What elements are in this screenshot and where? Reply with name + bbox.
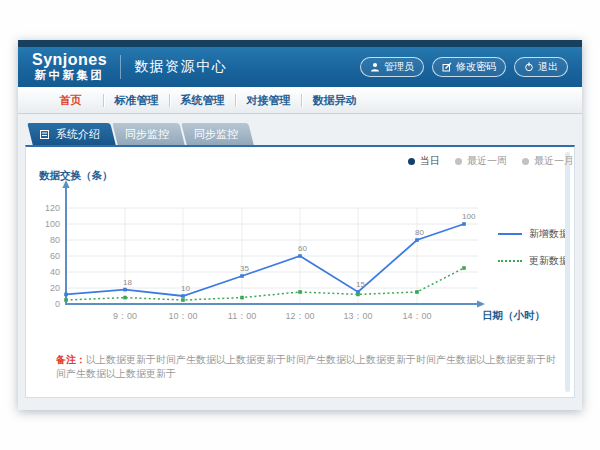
legend-label: 新增数据: [529, 227, 569, 241]
nav-item-home[interactable]: 首页: [38, 93, 103, 108]
range-option-label: 当日: [420, 154, 440, 168]
y-tick-label: 80: [50, 235, 60, 245]
form-icon: [40, 124, 49, 146]
footnote-text: 以上数据更新于时间产生数据以上数据更新于时间产生数据以上数据更新于时间产生数据以…: [56, 354, 556, 379]
legend-item-new-data[interactable]: 新增数据: [498, 227, 569, 241]
app-header: Synjones 新中新集团 数据资源中心 管理员 修改密码 退出: [18, 47, 582, 87]
main-nav: 首页 标准管理 系统管理 对接管理 数据异动: [18, 87, 582, 114]
tab-sync-monitor-1[interactable]: 同步监控: [115, 123, 182, 145]
change-password-label: 修改密码: [456, 60, 496, 74]
footnote-prefix: 备注：: [56, 354, 86, 365]
tab-sync-monitor-2[interactable]: 同步监控: [184, 123, 251, 145]
data-point-label: 100: [462, 212, 476, 221]
user-icon: [370, 62, 380, 72]
synjones-logo: Synjones 新中新集团: [32, 52, 107, 82]
range-option-label: 最近一周: [467, 154, 507, 168]
data-point: [64, 298, 68, 302]
range-filter: 当日 最近一周 最近一月: [408, 154, 574, 168]
logout-button[interactable]: 退出: [514, 57, 568, 77]
x-axis-arrow-icon: [477, 300, 485, 307]
data-point: [123, 288, 127, 292]
radio-dot-icon: [522, 158, 529, 165]
nav-item-interface-management[interactable]: 对接管理: [236, 93, 301, 108]
legend-label: 更新数据: [529, 254, 569, 268]
change-password-button[interactable]: 修改密码: [432, 57, 506, 77]
data-point: [415, 290, 419, 294]
y-tick-label: 100: [45, 219, 60, 229]
data-point: [415, 238, 419, 242]
data-point: [298, 290, 302, 294]
tab-label: 同步监控: [194, 128, 238, 140]
window-top-strip: [18, 40, 582, 47]
radio-dot-icon: [455, 158, 462, 165]
dotted-line-icon: [498, 260, 522, 262]
data-point: [240, 274, 244, 278]
tab-bar: 系统介绍 同步监控 同步监控: [30, 123, 582, 145]
x-tick-label: 12：00: [285, 311, 314, 321]
app-window: Synjones 新中新集团 数据资源中心 管理员 修改密码 退出 首页 标准管…: [18, 40, 582, 410]
admin-user-label: 管理员: [384, 60, 414, 74]
edit-icon: [442, 62, 452, 72]
data-point-label: 80: [415, 228, 424, 237]
x-tick-label: 14：00: [402, 311, 431, 321]
chart-legend: 新增数据 更新数据: [498, 227, 569, 268]
data-point-label: 60: [298, 244, 307, 253]
x-tick-label: 9：00: [113, 311, 137, 321]
data-point: [240, 296, 244, 300]
y-axis-title: 数据交换（条）: [38, 169, 113, 182]
x-tick-label: 13：00: [343, 311, 372, 321]
x-tick-label: 10：00: [168, 311, 197, 321]
solid-line-icon: [498, 233, 522, 235]
line-chart: 0204060801001209：0010：0011：0012：0013：001…: [26, 147, 575, 347]
data-point: [298, 254, 302, 258]
data-point-label: 10: [181, 284, 190, 293]
y-tick-label: 40: [50, 267, 60, 277]
y-tick-label: 120: [45, 203, 60, 213]
nav-item-system-management[interactable]: 系统管理: [170, 93, 235, 108]
nav-item-standard-management[interactable]: 标准管理: [104, 93, 169, 108]
logout-label: 退出: [538, 60, 558, 74]
x-tick-label: 11：00: [228, 311, 256, 321]
data-point-label: 35: [240, 264, 249, 273]
content-area: 系统介绍 同步监控 同步监控 当日 最近一周: [18, 114, 582, 410]
x-axis-title: 日期（小时）: [482, 309, 545, 322]
y-tick-label: 60: [50, 251, 60, 261]
data-point: [181, 298, 185, 302]
data-point: [356, 293, 360, 297]
footnote: 备注：以上数据更新于时间产生数据以上数据更新于时间产生数据以上数据更新于时间产生…: [56, 353, 561, 381]
header-actions: 管理员 修改密码 退出: [360, 57, 568, 77]
logo-text-en: Synjones: [32, 52, 107, 68]
range-option-last-week[interactable]: 最近一周: [455, 154, 507, 168]
panel-scrollbar[interactable]: [565, 152, 570, 392]
tab-label: 同步监控: [125, 128, 169, 140]
logo-text-cn: 新中新集团: [35, 70, 105, 82]
admin-user-button[interactable]: 管理员: [360, 57, 424, 77]
y-tick-label: 0: [55, 299, 60, 309]
data-point-label: 18: [123, 278, 132, 287]
data-point: [462, 222, 466, 226]
radio-dot-icon: [408, 158, 415, 165]
power-icon: [524, 62, 534, 72]
header-divider: [120, 55, 121, 79]
tab-label: 系统介绍: [56, 128, 100, 140]
data-point: [462, 266, 466, 270]
data-point: [123, 296, 127, 300]
tab-system-intro[interactable]: 系统介绍: [30, 123, 113, 145]
range-option-today[interactable]: 当日: [408, 154, 440, 168]
chart-panel: 当日 最近一周 最近一月 0204060801001209：0010：0011：…: [25, 145, 575, 398]
page-title: 数据资源中心: [134, 58, 227, 76]
range-option-last-month[interactable]: 最近一月: [522, 154, 574, 168]
y-tick-label: 20: [50, 283, 60, 293]
data-point: [64, 293, 68, 297]
data-point: [181, 294, 185, 298]
y-axis-arrow-icon: [62, 180, 69, 188]
range-option-label: 最近一月: [534, 154, 574, 168]
data-point-label: 15: [356, 280, 365, 289]
nav-item-data-change[interactable]: 数据异动: [302, 93, 367, 108]
legend-item-updated-data[interactable]: 更新数据: [498, 254, 569, 268]
